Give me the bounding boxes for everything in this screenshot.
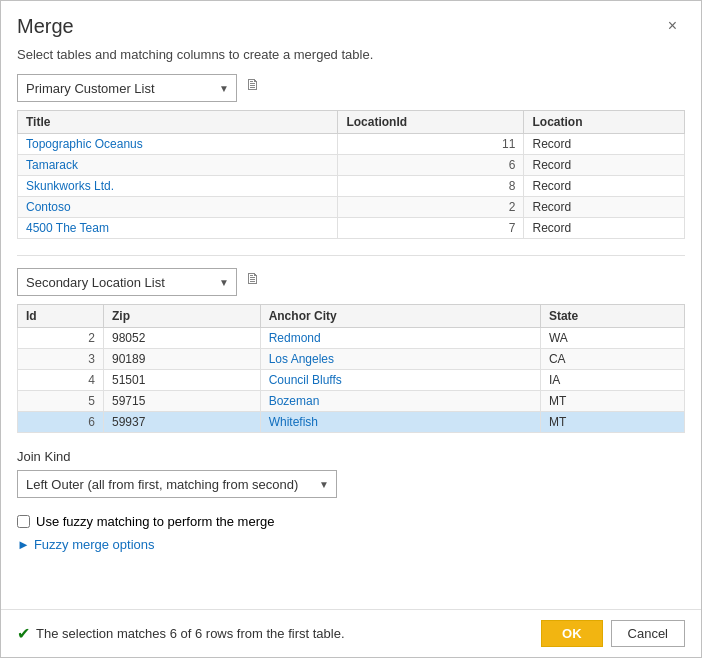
- primary-table-dropdown[interactable]: Primary Customer List: [17, 74, 237, 102]
- fuzzy-checkbox[interactable]: [17, 515, 30, 528]
- join-dropdown-container: Left Outer (all from first, matching fro…: [17, 470, 337, 498]
- secondary-section: Secondary Location List ▼ 🗎 Id Zip Ancho…: [1, 268, 701, 445]
- chevron-right-icon: ►: [17, 537, 30, 552]
- primary-cell-title: Tamarack: [18, 155, 338, 176]
- join-kind-dropdown[interactable]: Left Outer (all from first, matching fro…: [17, 470, 337, 498]
- primary-col-locationid: LocationId: [338, 111, 524, 134]
- primary-cell-title: Topographic Oceanus: [18, 134, 338, 155]
- primary-dropdown-container: Primary Customer List ▼: [17, 74, 237, 102]
- primary-cell-locationid: 11: [338, 134, 524, 155]
- secondary-table-row[interactable]: 5 59715 Bozeman MT: [18, 391, 685, 412]
- footer-buttons: OK Cancel: [541, 620, 685, 647]
- secondary-cell-zip: 98052: [104, 328, 261, 349]
- primary-cell-locationid: 8: [338, 176, 524, 197]
- primary-table-row[interactable]: 4500 The Team 7 Record: [18, 218, 685, 239]
- primary-section: Primary Customer List ▼ 🗎 Title Location…: [1, 74, 701, 251]
- primary-cell-title: Skunkworks Ltd.: [18, 176, 338, 197]
- secondary-cell-anchor-city: Los Angeles: [260, 349, 540, 370]
- dialog-title: Merge: [17, 15, 74, 38]
- secondary-dropdown-container: Secondary Location List ▼: [17, 268, 237, 296]
- status-message: ✔ The selection matches 6 of 6 rows from…: [17, 624, 345, 643]
- cancel-button[interactable]: Cancel: [611, 620, 685, 647]
- primary-table-row[interactable]: Skunkworks Ltd. 8 Record: [18, 176, 685, 197]
- secondary-cell-zip: 51501: [104, 370, 261, 391]
- primary-cell-location: Record: [524, 155, 685, 176]
- secondary-section-row: Secondary Location List ▼ 🗎: [17, 268, 685, 296]
- secondary-col-zip: Zip: [104, 305, 261, 328]
- close-button[interactable]: ×: [660, 13, 685, 39]
- primary-cell-title: Contoso: [18, 197, 338, 218]
- primary-cell-location: Record: [524, 134, 685, 155]
- primary-cell-location: Record: [524, 176, 685, 197]
- secondary-cell-zip: 90189: [104, 349, 261, 370]
- fuzzy-options-link[interactable]: ► Fuzzy merge options: [1, 533, 701, 560]
- secondary-table-row[interactable]: 3 90189 Los Angeles CA: [18, 349, 685, 370]
- primary-table-row[interactable]: Contoso 2 Record: [18, 197, 685, 218]
- secondary-cell-state: CA: [540, 349, 684, 370]
- primary-cell-location: Record: [524, 197, 685, 218]
- secondary-table-row[interactable]: 4 51501 Council Bluffs IA: [18, 370, 685, 391]
- section-divider: [17, 255, 685, 256]
- join-kind-label: Join Kind: [17, 449, 685, 464]
- secondary-cell-state: MT: [540, 412, 684, 433]
- secondary-table-row[interactable]: 2 98052 Redmond WA: [18, 328, 685, 349]
- secondary-col-anchor-city: Anchor City: [260, 305, 540, 328]
- secondary-cell-id: 3: [18, 349, 104, 370]
- checkmark-icon: ✔: [17, 624, 30, 643]
- primary-col-location: Location: [524, 111, 685, 134]
- secondary-data-table: Id Zip Anchor City State 2 98052 Redmond…: [17, 304, 685, 433]
- secondary-cell-id: 5: [18, 391, 104, 412]
- primary-table-icon: 🗎: [245, 76, 261, 94]
- secondary-col-id: Id: [18, 305, 104, 328]
- fuzzy-checkbox-row: Use fuzzy matching to perform the merge: [1, 506, 701, 533]
- secondary-cell-id: 6: [18, 412, 104, 433]
- secondary-cell-id: 4: [18, 370, 104, 391]
- join-kind-section: Join Kind Left Outer (all from first, ma…: [1, 445, 701, 506]
- secondary-cell-state: WA: [540, 328, 684, 349]
- merge-dialog: Merge × Select tables and matching colum…: [0, 0, 702, 658]
- secondary-cell-anchor-city: Whitefish: [260, 412, 540, 433]
- primary-cell-location: Record: [524, 218, 685, 239]
- secondary-cell-state: IA: [540, 370, 684, 391]
- primary-cell-locationid: 7: [338, 218, 524, 239]
- dialog-subtitle: Select tables and matching columns to cr…: [1, 43, 701, 74]
- fuzzy-options-label: Fuzzy merge options: [34, 537, 155, 552]
- primary-cell-title: 4500 The Team: [18, 218, 338, 239]
- secondary-cell-state: MT: [540, 391, 684, 412]
- secondary-cell-zip: 59715: [104, 391, 261, 412]
- secondary-cell-anchor-city: Council Bluffs: [260, 370, 540, 391]
- ok-button[interactable]: OK: [541, 620, 603, 647]
- status-text: The selection matches 6 of 6 rows from t…: [36, 626, 345, 641]
- secondary-cell-zip: 59937: [104, 412, 261, 433]
- secondary-cell-anchor-city: Bozeman: [260, 391, 540, 412]
- dialog-footer: ✔ The selection matches 6 of 6 rows from…: [1, 609, 701, 657]
- secondary-table-icon: 🗎: [245, 270, 261, 288]
- secondary-cell-id: 2: [18, 328, 104, 349]
- secondary-table-header-row: Id Zip Anchor City State: [18, 305, 685, 328]
- fuzzy-checkbox-label[interactable]: Use fuzzy matching to perform the merge: [36, 514, 274, 529]
- primary-section-row: Primary Customer List ▼ 🗎: [17, 74, 685, 102]
- primary-cell-locationid: 6: [338, 155, 524, 176]
- secondary-table-row[interactable]: 6 59937 Whitefish MT: [18, 412, 685, 433]
- secondary-cell-anchor-city: Redmond: [260, 328, 540, 349]
- primary-table-row[interactable]: Tamarack 6 Record: [18, 155, 685, 176]
- primary-cell-locationid: 2: [338, 197, 524, 218]
- secondary-col-state: State: [540, 305, 684, 328]
- primary-data-table: Title LocationId Location Topographic Oc…: [17, 110, 685, 239]
- primary-col-title: Title: [18, 111, 338, 134]
- primary-table-header-row: Title LocationId Location: [18, 111, 685, 134]
- dialog-header: Merge ×: [1, 1, 701, 43]
- primary-table-row[interactable]: Topographic Oceanus 11 Record: [18, 134, 685, 155]
- secondary-table-dropdown[interactable]: Secondary Location List: [17, 268, 237, 296]
